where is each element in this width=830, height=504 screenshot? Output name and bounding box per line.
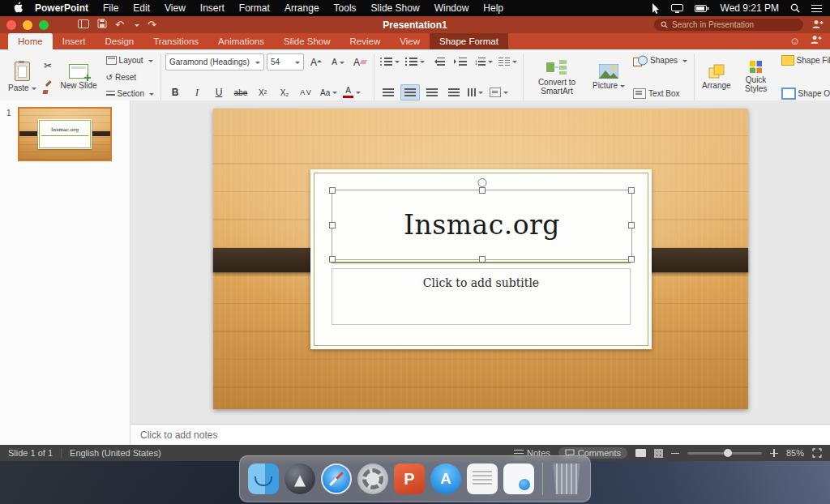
zoom-window-button[interactable] (39, 20, 49, 30)
powerpoint-dock-icon[interactable]: P (394, 463, 425, 494)
font-size-select[interactable]: 54 (267, 53, 304, 70)
menu-view[interactable]: View (157, 2, 193, 14)
zoom-out-button[interactable] (671, 449, 679, 457)
line-spacing-button[interactable] (473, 53, 494, 70)
feedback-smiley-icon[interactable] (789, 33, 800, 49)
menu-edit[interactable]: Edit (126, 2, 157, 14)
selection-handle-bottom-middle[interactable] (479, 256, 486, 263)
shapes-button[interactable]: Shapes (631, 53, 690, 67)
selection-handle-middle-right[interactable] (628, 222, 635, 229)
notification-center-icon[interactable] (811, 5, 822, 12)
save-icon[interactable] (97, 19, 107, 31)
minimize-window-button[interactable] (23, 20, 32, 30)
justify-button[interactable] (444, 84, 464, 100)
notes-pane[interactable]: Click to add notes (130, 424, 830, 445)
toolbar-panel-icon[interactable] (78, 19, 89, 31)
bullets-button[interactable] (379, 53, 401, 70)
search-presentation-field[interactable]: Search in Presentation (654, 19, 803, 31)
font-color-button[interactable]: A (341, 84, 362, 100)
cut-scissors-icon[interactable] (44, 60, 52, 71)
system-preferences-dock-icon[interactable] (357, 463, 388, 494)
undo-menu-caret[interactable] (135, 24, 139, 29)
tab-transitions[interactable]: Transitions (143, 33, 208, 49)
superscript-button[interactable]: X² (253, 84, 272, 100)
app-dock-icon[interactable] (503, 463, 534, 494)
close-window-button[interactable] (6, 20, 16, 30)
picture-button[interactable]: Picture (589, 52, 628, 102)
menu-window[interactable]: Window (427, 2, 477, 14)
collaborate-icon[interactable] (810, 33, 822, 49)
slide-canvas[interactable]: Insmac.org Click to add subtitle (213, 109, 748, 409)
text-box-button[interactable]: Text Box (631, 87, 690, 100)
selection-handle-top-middle[interactable] (479, 187, 486, 194)
rotation-handle[interactable] (477, 178, 486, 187)
change-case-button[interactable]: Aa (319, 84, 339, 100)
menu-slideshow[interactable]: Slide Show (364, 2, 427, 14)
menu-arrange[interactable]: Arrange (277, 2, 327, 14)
pointer-icon[interactable] (652, 3, 660, 14)
tab-shape-format[interactable]: Shape Format (430, 33, 508, 49)
new-slide-button[interactable]: New Slide (58, 52, 101, 102)
menu-clock[interactable]: Wed 9:21 PM (721, 2, 779, 14)
normal-view-button[interactable] (635, 449, 646, 457)
menu-file[interactable]: File (96, 2, 126, 14)
text-direction-button[interactable] (466, 84, 486, 100)
character-spacing-button[interactable]: AV (297, 84, 316, 100)
zoom-in-button[interactable] (770, 449, 778, 457)
tab-design[interactable]: Design (95, 33, 143, 49)
convert-smartart-button[interactable]: Convert to SmartArt (528, 52, 586, 102)
increase-font-button[interactable]: A (306, 54, 326, 70)
title-placeholder[interactable]: Insmac.org (332, 190, 632, 260)
reset-button[interactable]: Reset (104, 70, 156, 84)
subtitle-placeholder[interactable]: Click to add subtitle (332, 268, 631, 325)
layout-button[interactable]: Layout (104, 53, 156, 67)
format-painter-icon[interactable] (43, 83, 53, 94)
share-person-icon[interactable] (811, 18, 824, 32)
zoom-slider[interactable] (687, 452, 762, 455)
clear-formatting-button[interactable]: A (350, 54, 370, 70)
align-right-button[interactable] (422, 84, 442, 100)
zoom-level-indicator[interactable]: 85% (786, 448, 804, 458)
tab-animations[interactable]: Animations (208, 33, 274, 49)
align-left-button[interactable] (379, 84, 398, 100)
menu-format[interactable]: Format (232, 2, 277, 14)
display-icon[interactable] (671, 4, 683, 13)
align-text-button[interactable] (488, 84, 510, 100)
spotlight-icon[interactable] (790, 3, 800, 13)
fit-slide-icon[interactable] (812, 448, 822, 458)
tab-review[interactable]: Review (340, 33, 391, 49)
columns-button[interactable] (497, 53, 519, 70)
menu-tools[interactable]: Tools (327, 2, 364, 14)
trash-dock-icon[interactable] (551, 463, 582, 494)
apple-menu-icon[interactable] (8, 2, 28, 15)
paste-button[interactable]: Paste (5, 52, 40, 102)
undo-icon[interactable] (115, 19, 124, 30)
slide-sorter-view-button[interactable] (654, 449, 663, 458)
selection-handle-top-left[interactable] (329, 187, 336, 194)
selection-handle-top-right[interactable] (628, 187, 635, 194)
slide-thumbnail[interactable]: Insmac.org (18, 107, 112, 161)
menu-insert[interactable]: Insert (193, 2, 232, 14)
bold-button[interactable]: B (165, 84, 185, 100)
numbering-button[interactable] (404, 53, 426, 70)
tab-view[interactable]: View (390, 33, 430, 49)
battery-icon[interactable] (695, 5, 709, 12)
launchpad-dock-icon[interactable] (285, 463, 315, 494)
language-indicator[interactable]: English (United States) (70, 448, 161, 458)
subscript-button[interactable]: X₂ (275, 84, 294, 100)
section-button[interactable]: Section (104, 87, 156, 100)
redo-icon[interactable] (148, 19, 156, 30)
finder-dock-icon[interactable] (248, 463, 279, 494)
font-name-select[interactable]: Garamond (Headings) (165, 53, 264, 70)
tab-home[interactable]: Home (8, 33, 53, 49)
safari-dock-icon[interactable] (321, 463, 352, 494)
align-center-button[interactable] (400, 84, 420, 100)
decrease-font-button[interactable]: A (328, 54, 348, 70)
italic-button[interactable]: I (187, 84, 207, 100)
selection-handle-middle-left[interactable] (329, 222, 336, 229)
tab-insert[interactable]: Insert (53, 33, 96, 49)
selection-handle-bottom-right[interactable] (628, 256, 635, 263)
menu-app-name[interactable]: PowerPoint (28, 2, 96, 14)
slide-title-text[interactable]: Insmac.org (404, 209, 560, 241)
documents-dock-icon[interactable] (467, 463, 498, 494)
